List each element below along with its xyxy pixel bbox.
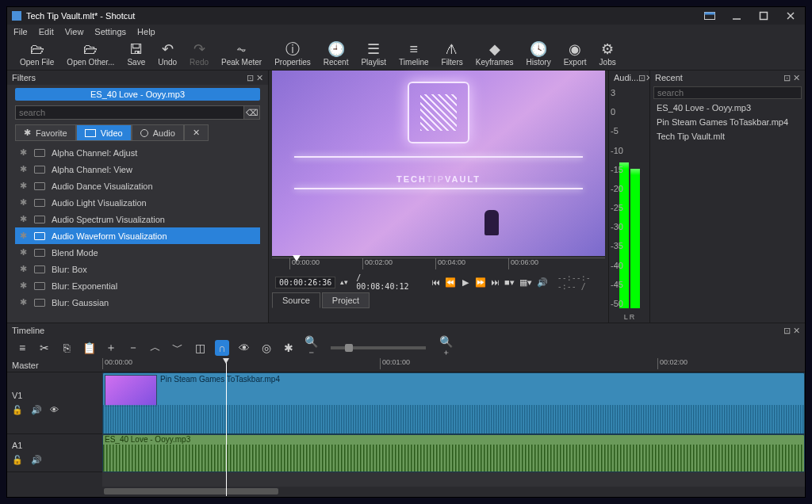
ripple-all-icon[interactable]: ✱: [282, 342, 296, 354]
tl-menu-icon[interactable]: ≡: [15, 342, 29, 354]
filter-item[interactable]: ✱Blend Mode: [15, 244, 260, 261]
filter-item[interactable]: ✱Audio Spectrum Visualization: [15, 211, 260, 227]
minimize-button[interactable]: [730, 10, 743, 21]
remove-icon[interactable]: －: [126, 341, 140, 355]
hide-icon[interactable]: 👁: [50, 405, 59, 415]
zoom-out-icon[interactable]: 🔍⁻: [304, 335, 318, 361]
toolbar-open-file[interactable]: 🗁Open File: [13, 40, 60, 68]
clip-audio[interactable]: ES_40 Love - Ooyy.mp3: [102, 434, 805, 472]
scrub-icon[interactable]: 👁: [237, 342, 251, 354]
toolbar-undo[interactable]: ↶Undo: [151, 40, 183, 68]
toolbar-recent[interactable]: 🕘Recent: [317, 40, 355, 68]
toolbar: 🗁Open File🗁Open Other...🖫Save↶Undo↷Redo⏦…: [7, 39, 805, 71]
tab-source[interactable]: Source: [272, 292, 320, 308]
rewind-icon[interactable]: ⏪: [445, 277, 456, 288]
stop-icon[interactable]: ■▾: [504, 277, 515, 288]
filter-item[interactable]: ✱Blur: Box: [15, 261, 260, 277]
tl-undock-icon[interactable]: ⊡ ✕: [783, 326, 800, 336]
timeline-scrollbar[interactable]: [102, 487, 805, 496]
recent-undock-icon[interactable]: ⊡ ✕: [783, 73, 800, 83]
add-icon[interactable]: ＋: [104, 341, 118, 355]
recent-item[interactable]: Pin Steam Games ToTaskbar.mp4: [650, 115, 805, 129]
menu-settings[interactable]: Settings: [94, 27, 126, 36]
close-button[interactable]: [784, 10, 797, 21]
toolbar-playlist[interactable]: ☰Playlist: [354, 40, 393, 68]
menu-file[interactable]: File: [13, 27, 28, 36]
brand-logo-icon: [408, 82, 469, 143]
recent-item[interactable]: Tech Tip Vault.mlt: [650, 129, 805, 143]
filter-item[interactable]: ✱Audio Waveform Visualization: [15, 227, 260, 244]
track-a1-header[interactable]: A1 🔓🔊: [7, 434, 102, 472]
timeline-ruler[interactable]: 00:00:00 00:01:00 00:02:00: [102, 358, 805, 372]
copy-icon[interactable]: ⎘: [59, 342, 74, 354]
zoom-in-icon[interactable]: 🔍⁺: [439, 335, 453, 361]
undock-icon[interactable]: ⊡ ✕: [247, 73, 263, 83]
preview-panel: TECHTIPVAULT 00:00:00 00:02:00 00:04:00 …: [269, 71, 608, 323]
maximize-button[interactable]: [757, 10, 770, 21]
split-icon[interactable]: ◫: [193, 342, 207, 354]
toolbar-jobs[interactable]: ⚙Jobs: [593, 40, 622, 68]
tab-audio[interactable]: Audio: [132, 124, 184, 141]
filter-item[interactable]: ✱Audio Dance Visualization: [15, 178, 260, 194]
ripple-icon[interactable]: ◎: [259, 342, 274, 354]
toolbar-export[interactable]: ◉Export: [557, 40, 593, 68]
toolbar-filters[interactable]: ⩚Filters: [435, 40, 469, 68]
filters-search-input[interactable]: [15, 105, 244, 120]
skip-end-icon[interactable]: ⏭: [491, 277, 500, 287]
recent-search-input[interactable]: [653, 86, 802, 99]
toolbar-redo[interactable]: ↷Redo: [183, 40, 215, 68]
app-icon: [12, 11, 21, 21]
timeline-tracks[interactable]: 00:00:00 00:01:00 00:02:00 Pin Steam Gam…: [102, 358, 805, 496]
mute-icon[interactable]: 🔊: [31, 455, 42, 465]
video-preview[interactable]: TECHTIPVAULT: [272, 71, 605, 256]
filter-item[interactable]: ✱Blur: Gaussian: [15, 294, 260, 311]
preview-ruler[interactable]: 00:00:00 00:02:00 00:04:00 00:06:00: [272, 258, 605, 272]
filter-item[interactable]: ✱Blur: Exponential: [15, 277, 260, 294]
meter-lr-label: L R: [609, 311, 649, 323]
play-icon[interactable]: ▶: [461, 277, 470, 288]
menu-help[interactable]: Help: [137, 27, 155, 36]
track-master[interactable]: Master: [7, 358, 102, 372]
toolbar-open-other-[interactable]: 🗁Open Other...: [60, 40, 121, 68]
toolbar-properties[interactable]: ⓘProperties: [268, 40, 317, 68]
zoom-slider[interactable]: [331, 346, 426, 349]
toolbar-save[interactable]: 🖫Save: [121, 40, 151, 68]
filter-item[interactable]: ✱Alpha Channel: Adjust: [15, 144, 260, 161]
mute-icon[interactable]: 🔊: [31, 405, 42, 415]
timecode-current[interactable]: 00:00:26:36: [275, 277, 335, 288]
skip-start-icon[interactable]: ⏮: [431, 277, 440, 287]
source-project-tabs: Source Project: [272, 292, 605, 308]
toolbar-timeline[interactable]: ≡Timeline: [393, 40, 435, 68]
clear-search-icon[interactable]: ⌫: [244, 105, 260, 120]
snap-icon[interactable]: ∩: [215, 340, 229, 356]
filter-item[interactable]: ✱Audio Light Visualization: [15, 194, 260, 211]
filter-list[interactable]: ✱Alpha Channel: Adjust✱Alpha Channel: Vi…: [15, 144, 260, 318]
timeline-playhead[interactable]: [226, 358, 227, 496]
toolbar-history[interactable]: 🕓History: [520, 40, 557, 68]
filters-file[interactable]: ES_40 Love - Ooyy.mp3: [15, 88, 260, 101]
fast-forward-icon[interactable]: ⏩: [475, 277, 486, 288]
menu-edit[interactable]: Edit: [39, 27, 54, 36]
paste-icon[interactable]: 📋: [82, 342, 96, 354]
tab-project[interactable]: Project: [322, 292, 370, 308]
titlebar: Tech Tip Vault.mlt* - Shotcut: [7, 7, 805, 25]
volume-icon[interactable]: 🔊: [537, 277, 548, 288]
lock-icon[interactable]: 🔓: [12, 455, 23, 465]
toolbar-peak-meter[interactable]: ⏦Peak Meter: [215, 40, 268, 68]
tab-video[interactable]: Video: [76, 124, 132, 141]
tab-favorite[interactable]: Favorite: [15, 124, 76, 141]
lock-icon[interactable]: 🔓: [12, 405, 23, 415]
transport-bar: 00:00:26:36 ▴▾ / 00:08:40:12 ⏮ ⏪ ▶ ⏩ ⏭ ■…: [272, 273, 605, 291]
toolbar-keyframes[interactable]: ◆Keyframes: [469, 40, 520, 68]
grid-icon[interactable]: ▦▾: [519, 277, 532, 288]
tab-close[interactable]: ✕: [184, 124, 209, 141]
cut-icon[interactable]: ✂: [37, 342, 52, 354]
filter-item[interactable]: ✱Alpha Channel: View: [15, 161, 260, 178]
clip-video[interactable]: Pin Steam Games ToTaskbar.mp4: [102, 372, 805, 434]
lift-icon[interactable]: ︿: [148, 341, 163, 355]
menu-view[interactable]: View: [65, 27, 84, 36]
track-v1-header[interactable]: V1 🔓🔊👁: [7, 372, 102, 434]
aux-button[interactable]: [703, 10, 716, 21]
recent-item[interactable]: ES_40 Love - Ooyy.mp3: [650, 101, 805, 115]
overwrite-icon[interactable]: ﹀: [170, 341, 185, 355]
